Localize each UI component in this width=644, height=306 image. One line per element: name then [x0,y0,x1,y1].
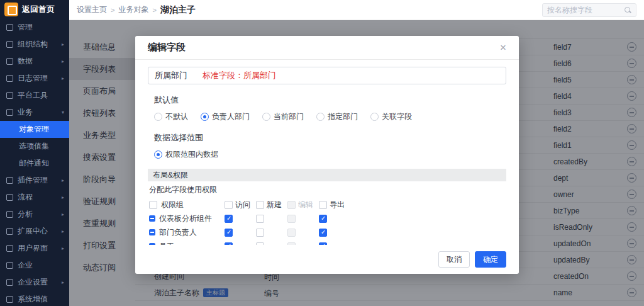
layout-permission-section-header: 布局&权限 [148,169,506,181]
sidebar-item-option-value-set[interactable]: 选项值集 [0,138,69,155]
chevron-right-icon: ▸ [62,178,64,183]
sidebar-item-label: 企业设置 [18,277,48,288]
sidebar-item-extension-center[interactable]: 扩展中心 ▸ [0,223,69,240]
edit-checkbox [287,229,296,237]
sidebar-item-business[interactable]: 业务 ▾ [0,104,69,121]
chevron-down-icon: ▾ [62,110,64,115]
radio-label: 当前部门 [274,111,304,122]
radio-icon [201,113,209,121]
sidebar-item-management[interactable]: 管理 [0,19,69,36]
radio-related-field[interactable]: 关联字段 [370,111,412,122]
sidebar-item-label: 组织结构 [18,39,48,50]
sidebar-item-platform-tools[interactable]: 平台工具 [0,87,69,104]
export-checkbox[interactable] [319,215,327,223]
chevron-right-icon: ▸ [62,42,64,47]
sidebar-item-label: 业务 [18,107,33,118]
sidebar-item-label: 邮件通知 [19,158,49,169]
circle-icon [6,296,13,303]
export-checkbox[interactable] [319,229,327,237]
database-icon [6,58,13,65]
breadcrumb-separator: > [111,6,114,14]
sidebar-item-org-structure[interactable]: 组织结构 ▸ [0,36,69,53]
edit-column-checkbox [287,201,296,209]
breadcrumb-settings-home[interactable]: 设置主页 [77,4,107,15]
sidebar-item-data[interactable]: 数据 ▸ [0,53,69,70]
sidebar-item-label: 管理 [18,22,33,33]
radio-specified-department[interactable]: 指定部门 [316,111,358,122]
sidebar-item-log-management[interactable]: 日志管理 ▸ [0,70,69,87]
confirm-button[interactable]: 确定 [475,251,506,268]
row-checkbox[interactable] [149,229,155,235]
plugin-icon [6,177,13,184]
modal-title: 编辑字段 [148,42,186,54]
export-column-header: 导出 [330,200,345,210]
field-name-input[interactable]: 所属部门 标准字段：所属部门 [148,67,506,84]
close-icon[interactable]: × [500,42,506,53]
cancel-button[interactable]: 取消 [438,251,470,268]
chart-icon [6,211,13,218]
select-all-checkbox[interactable] [149,201,157,209]
log-icon [6,75,13,82]
back-home[interactable]: 返回首页 [0,0,69,19]
radio-icon [262,113,270,121]
radio-no-default[interactable]: 不默认 [154,111,188,122]
create-checkbox[interactable] [256,215,264,223]
sidebar-item-label: 选项值集 [19,141,49,152]
assign-permission-label: 分配此字段使用权限 [149,184,506,195]
default-value-options: 不默认 负责人部门 当前部门 指定部门 关联字段 [148,111,506,122]
permission-table: 权限组 访问 新建 编辑 导出 [148,198,506,245]
radio-icon [316,113,325,121]
radio-icon [154,113,162,121]
sidebar-item-process[interactable]: 流程 ▸ [0,189,69,206]
radio-label: 权限范围内数据 [165,149,218,160]
sidebar-item-plugin-management[interactable]: 插件管理 ▸ [0,172,69,189]
sidebar-item-enterprise-settings[interactable]: 企业设置 ▸ [0,274,69,291]
create-column-checkbox[interactable] [256,201,264,209]
modal-body: 所属部门 标准字段：所属部门 默认值 不默认 负责人部门 当前部门 指定部门 [135,60,519,245]
field-search-input[interactable] [547,6,624,14]
sidebar-item-label: 日志管理 [18,73,48,84]
radio-owner-department[interactable]: 负责人部门 [201,111,250,122]
sidebar-item-user-interface[interactable]: 用户界面 ▸ [0,240,69,257]
sidebar-item-label: 分析 [18,209,33,220]
sidebar-item-system-addon[interactable]: 系统增值 [0,291,69,306]
chevron-right-icon: ▸ [62,76,64,81]
radio-icon [370,113,379,121]
create-checkbox[interactable] [256,229,264,237]
permission-group-name: 部门负责人 [159,227,197,238]
create-column-header: 新建 [267,200,282,210]
radio-permission-scope-data[interactable]: 权限范围内数据 [154,149,218,160]
radio-label: 指定部门 [328,111,358,122]
radio-label: 不默认 [165,111,188,122]
default-value-label: 默认值 [154,94,506,106]
modal-footer: 取消 确定 [135,245,519,274]
gear-icon [6,24,13,31]
search-icon [624,6,631,14]
sidebar-item-mail-notification[interactable]: 邮件通知 [0,155,69,172]
row-checkbox[interactable] [149,215,155,222]
access-checkbox[interactable] [225,215,233,223]
tool-icon [6,92,13,99]
chevron-right-icon: ▸ [62,212,64,217]
sidebar-item-label: 对象管理 [19,124,49,135]
sidebar-item-analysis[interactable]: 分析 ▸ [0,206,69,223]
monitor-icon [6,245,13,252]
chevron-right-icon: ▸ [62,280,64,285]
permission-group-header: 权限组 [161,200,184,210]
sidebar-item-label: 企业 [18,260,33,271]
permission-row: 员工 [148,239,506,245]
main-sidebar: 返回首页 管理 组织结构 ▸ 数据 ▸ 日志管理 ▸ 平台工具 业务 ▾ 对象管… [0,0,69,306]
building-icon [6,262,13,269]
data-scope-label: 数据选择范围 [154,132,506,144]
access-column-header: 访问 [235,200,250,210]
breadcrumb-business-objects[interactable]: 业务对象 [118,4,148,15]
edit-column-header: 编辑 [298,200,313,210]
sidebar-item-object-management[interactable]: 对象管理 [0,121,69,138]
access-column-checkbox[interactable] [225,201,233,209]
field-search-box[interactable] [542,3,636,17]
access-checkbox[interactable] [225,229,233,237]
sidebar-item-enterprise[interactable]: 企业 [0,257,69,274]
export-column-checkbox[interactable] [319,201,327,209]
radio-current-department[interactable]: 当前部门 [262,111,304,122]
sidebar-item-label: 数据 [18,56,33,67]
